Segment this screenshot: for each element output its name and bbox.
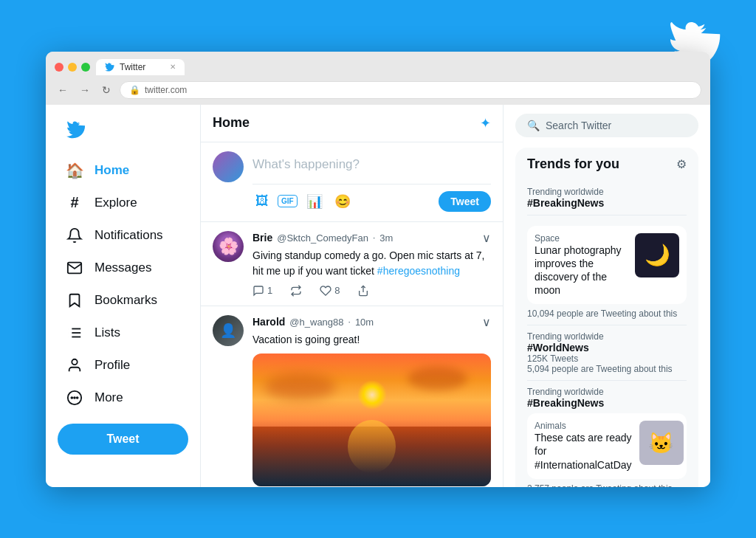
svg-point-8	[71, 397, 72, 399]
sidebar-item-profile[interactable]: Profile	[58, 350, 188, 381]
compose-image-button[interactable]: 🖼	[252, 190, 272, 212]
profile-icon	[66, 357, 83, 373]
refresh-button[interactable]: ↻	[99, 83, 114, 97]
sparkle-icon[interactable]: ✦	[480, 115, 491, 131]
sidebar: 🏠 Home # Explore Notifications	[46, 105, 201, 487]
sidebar-label-bookmarks: Bookmarks	[94, 293, 157, 308]
tweet-content-brie: Brie @Sktch_ComedyFan · 3m ∨ Giving stan…	[252, 231, 491, 297]
tweet-actions-brie: 1 8	[252, 285, 491, 297]
browser-dots	[55, 63, 90, 72]
trend-category-1: Trending worldwide	[527, 187, 687, 197]
feed-title: Home	[213, 115, 250, 131]
like-action-brie[interactable]: 8	[320, 285, 340, 297]
compose-placeholder[interactable]: What's happening?	[252, 151, 491, 178]
tab-favicon	[105, 62, 115, 72]
trend-moon-image: 🌙	[635, 233, 679, 277]
tweet-more-brie[interactable]: ∨	[482, 231, 491, 245]
address-bar: ← → ↻ 🔒 twitter.com	[55, 81, 701, 99]
notifications-icon	[66, 227, 83, 244]
sidebar-label-messages: Messages	[94, 261, 151, 275]
tweet-meta-harold: Harold @h_wang88 · 10m ∨	[252, 315, 491, 329]
tweet-text-brie: Giving standup comedy a go. Open mic sta…	[252, 248, 491, 279]
tweet-item-harold: 👤 Harold @h_wang88 · 10m ∨ Vacation is g…	[201, 306, 503, 487]
browser-tab[interactable]: Twitter ✕	[96, 59, 185, 75]
compose-poll-button[interactable]: 📊	[303, 190, 326, 213]
compose-right: What's happening? 🖼 GIF 📊 😊 Tweet	[252, 151, 491, 213]
explore-icon: #	[66, 195, 83, 211]
sunset-reflection	[348, 420, 396, 473]
trend-item-1[interactable]: Trending worldwide #BreakingNews	[527, 181, 687, 215]
tweet-avatar-brie: 🌸	[213, 231, 244, 262]
tab-title: Twitter	[120, 62, 145, 72]
main-feed: Home ✦ What's happening? 🖼 GIF 📊 😊 Tweet	[201, 105, 504, 487]
trend-card-inner-2: Space Lunar photography improves the dis…	[527, 226, 687, 305]
reply-action-brie[interactable]: 1	[252, 285, 272, 297]
trend-cat-image: 🐱	[639, 421, 684, 465]
tweet-item: 🌸 Brie @Sktch_ComedyFan · 3m ∨ Giving st…	[201, 222, 503, 306]
sidebar-logo[interactable]	[58, 114, 188, 149]
trend-card-text-2: Space Lunar photography improves the dis…	[535, 233, 628, 297]
forward-button[interactable]: →	[77, 83, 93, 97]
trends-card: Trends for you ⚙ Trending worldwide #Bre…	[515, 148, 698, 487]
trend-card-text-4: Animals These cats are ready for #Intern…	[535, 421, 632, 472]
browser-chrome: Twitter ✕ ← → ↻ 🔒 twitter.com	[46, 52, 710, 105]
tweet-time-harold: 10m	[355, 317, 374, 328]
tweet-handle-brie: @Sktch_ComedyFan	[277, 232, 368, 244]
minimize-dot[interactable]	[68, 63, 77, 72]
trend-card-inner-4: Animals These cats are ready for #Intern…	[527, 413, 687, 479]
tweet-more-harold[interactable]: ∨	[482, 315, 491, 329]
trend-name-3: #WorldNews	[527, 342, 687, 354]
sidebar-label-more: More	[94, 390, 123, 405]
retweet-action-brie[interactable]	[290, 285, 302, 297]
trend-item-3[interactable]: Trending worldwide #WorldNews 125K Tweet…	[527, 325, 687, 381]
sidebar-item-messages[interactable]: Messages	[58, 252, 188, 283]
compose-emoji-button[interactable]: 😊	[331, 190, 354, 213]
tweet-image-harold	[252, 354, 491, 486]
tweet-text-harold: Vacation is going great!	[252, 332, 491, 348]
tab-close-icon[interactable]: ✕	[170, 63, 176, 71]
sidebar-label-home: Home	[94, 163, 129, 178]
svg-point-9	[74, 397, 75, 399]
trend-count-4: 2,757 people are Tweeting about this	[527, 483, 687, 487]
back-button[interactable]: ←	[55, 83, 71, 97]
svg-point-6	[72, 359, 77, 364]
sidebar-item-home[interactable]: 🏠 Home	[58, 155, 188, 186]
sidebar-item-bookmarks[interactable]: Bookmarks	[58, 285, 188, 316]
svg-point-10	[77, 397, 78, 399]
maximize-dot[interactable]	[81, 63, 90, 72]
lock-icon: 🔒	[129, 85, 140, 95]
close-dot[interactable]	[55, 63, 63, 72]
url-bar[interactable]: 🔒 twitter.com	[120, 81, 701, 99]
tweet-content-harold: Harold @h_wang88 · 10m ∨ Vacation is goi…	[252, 315, 491, 487]
share-action-brie[interactable]	[357, 285, 369, 297]
tweet-link-brie[interactable]: #heregoesnothing	[377, 265, 460, 277]
trend-card-desc-2: Lunar photography improves the discovery…	[535, 244, 628, 297]
tweet-button[interactable]: Tweet	[58, 424, 188, 455]
settings-icon[interactable]: ⚙	[676, 157, 687, 171]
trend-name-1: #BreakingNews	[527, 197, 687, 209]
twitter-logo-icon	[66, 120, 87, 140]
compose-tweet-button[interactable]: Tweet	[439, 191, 491, 212]
sidebar-label-explore: Explore	[94, 196, 137, 210]
sidebar-item-lists[interactable]: Lists	[58, 317, 188, 348]
trend-count-2: 10,094 people are Tweeting about this	[527, 308, 687, 319]
sidebar-item-more[interactable]: More	[58, 382, 188, 413]
compose-avatar	[213, 151, 244, 182]
trend-item-2[interactable]: Space Lunar photography improves the dis…	[527, 215, 687, 326]
trends-header: Trends for you ⚙	[527, 156, 687, 172]
sidebar-item-notifications[interactable]: Notifications	[58, 220, 188, 251]
sidebar-label-lists: Lists	[94, 325, 120, 340]
right-sidebar: 🔍 Search Twitter Trends for you ⚙ Trendi…	[504, 105, 710, 487]
search-icon: 🔍	[527, 120, 540, 131]
messages-icon	[66, 260, 83, 276]
search-bar[interactable]: 🔍 Search Twitter	[515, 114, 698, 137]
compose-gif-button[interactable]: GIF	[278, 195, 298, 207]
tweet-handle-harold: @h_wang88	[289, 317, 343, 328]
trends-title: Trends for you	[527, 156, 619, 172]
trend-name-4: #BreakingNews	[527, 397, 687, 409]
sidebar-label-profile: Profile	[94, 358, 130, 373]
trend-item-4[interactable]: Trending worldwide #BreakingNews Animals…	[527, 381, 687, 486]
trend-card-desc-4: These cats are ready for #InternationalC…	[535, 431, 632, 472]
tweet-meta-brie: Brie @Sktch_ComedyFan · 3m ∨	[252, 231, 491, 245]
sidebar-item-explore[interactable]: # Explore	[58, 187, 188, 218]
